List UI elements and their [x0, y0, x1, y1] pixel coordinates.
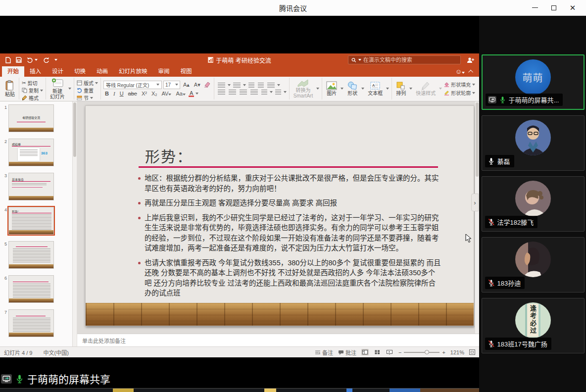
char-spacing-button[interactable]: AV: [160, 91, 173, 97]
participant-tile-weiguangyang[interactable]: 逢考必过 183班17号魏广扬: [482, 298, 585, 353]
columns-icon[interactable]: [261, 90, 267, 95]
thumbnail-2[interactable]: 2 成绩单363: [1, 139, 71, 166]
layout-icon: [77, 80, 82, 86]
shape-fill-button[interactable]: 形状填充: [444, 81, 475, 88]
shapes-button[interactable]: 形状: [345, 81, 359, 96]
tab-home[interactable]: 开始: [2, 65, 24, 77]
underline-button[interactable]: U: [118, 91, 125, 97]
redo-icon[interactable]: [43, 57, 49, 63]
notes-pane[interactable]: 单击此处添加备注: [77, 334, 479, 346]
font-color-button[interactable]: A: [189, 91, 194, 97]
participant-tile-qilei[interactable]: 綦磊: [482, 115, 585, 171]
thumbnail-1[interactable]: 1 考研经验交流: [1, 104, 71, 132]
thumbnail-4-selected[interactable]: 4 形势：: [1, 207, 71, 235]
strikethrough-button[interactable]: abe: [127, 91, 139, 97]
tab-insert[interactable]: 插入: [24, 65, 47, 77]
grow-font-button[interactable]: A▴: [182, 82, 191, 88]
slide-canvas[interactable]: 形势： 地区：根据统分群的分析结果，重庆对于公共课批改不是很严格，但是会压专业课…: [85, 105, 474, 326]
decrease-indent-icon[interactable]: [248, 83, 254, 88]
format-painter-button[interactable]: 格式: [22, 94, 43, 101]
clear-format-icon[interactable]: [203, 82, 211, 88]
cut-button[interactable]: ✂剪切: [22, 79, 43, 87]
text-direction-icon[interactable]: [275, 90, 281, 95]
maximize-button[interactable]: [544, 0, 563, 15]
slideshow-view-button[interactable]: [386, 349, 393, 355]
thumb-number: 7: [1, 309, 7, 337]
new-slide-caret-icon[interactable]: [68, 88, 71, 90]
minimize-button[interactable]: [526, 0, 544, 15]
font-name-select[interactable]: 等线 Regular (正文): [103, 81, 162, 89]
tab-review[interactable]: 审阅: [153, 65, 175, 77]
notes-toggle-button[interactable]: 备注: [315, 348, 333, 356]
thumbnail-7[interactable]: 7: [1, 309, 71, 337]
justify-icon[interactable]: [250, 90, 258, 95]
align-right-icon[interactable]: [240, 90, 247, 95]
copy-button[interactable]: 复制: [22, 87, 43, 94]
language-label[interactable]: 中文(中国): [43, 348, 68, 356]
picture-button[interactable]: 图片: [325, 81, 339, 96]
numbering-icon[interactable]: [233, 83, 241, 88]
quick-access-new-icon[interactable]: [5, 57, 11, 63]
increase-indent-icon[interactable]: [258, 83, 264, 88]
thumbnail-3[interactable]: 3 基本信息: [1, 173, 71, 200]
participant-tile-sundi[interactable]: 183孙迪: [482, 237, 585, 293]
layout-button[interactable]: 版式: [77, 79, 98, 87]
participant-tile-yumengmeng[interactable]: 萌萌 于萌萌的屏幕共...: [482, 54, 585, 110]
align-left-icon[interactable]: [218, 90, 225, 95]
editor-scrollbar[interactable]: [475, 101, 479, 334]
zoom-slider[interactable]: −+: [398, 349, 445, 355]
italic-button[interactable]: I: [112, 91, 117, 97]
save-icon[interactable]: [16, 57, 22, 63]
avatar: [515, 120, 551, 155]
bullets-icon[interactable]: [218, 83, 225, 88]
collapse-ribbon-icon[interactable]: [468, 70, 473, 75]
section-button[interactable]: 节: [77, 94, 98, 101]
tab-animations[interactable]: 动画: [91, 65, 113, 77]
zoom-slider-knob[interactable]: [425, 350, 429, 354]
normal-view-button[interactable]: [361, 349, 369, 355]
change-case-button[interactable]: Aa: [174, 91, 187, 97]
participant-tile-tengfei[interactable]: 法学182滕飞: [482, 176, 585, 232]
ppt-tab-row: 开始 插入 设计 切换 动画 幻灯片放映 审阅 视图 ☺: [0, 66, 479, 77]
subscript-button[interactable]: X₂: [150, 91, 159, 97]
thumbnail-6[interactable]: 6: [1, 275, 71, 303]
next-slide-flap[interactable]: ›: [471, 194, 479, 211]
ppt-search-box[interactable]: [348, 55, 461, 64]
mic-muted-icon: [488, 340, 495, 347]
avatar: 萌萌: [515, 59, 551, 95]
add-person-icon[interactable]: [467, 57, 474, 63]
textbox-button[interactable]: A 文本框: [366, 81, 384, 96]
comments-toggle-button[interactable]: 批注: [338, 348, 356, 356]
font-size-select[interactable]: 17: [163, 81, 180, 89]
search-input[interactable]: [363, 57, 457, 63]
slide-sorter-view-button[interactable]: [374, 349, 381, 355]
quick-styles-button[interactable]: 快速样式: [414, 81, 437, 96]
new-slide-button[interactable]: 新建 幻灯片: [49, 78, 66, 99]
thumbnail-scrollbar[interactable]: [73, 101, 77, 346]
shrink-font-button[interactable]: A▾: [193, 82, 202, 88]
font-color-caret-icon[interactable]: [195, 93, 198, 95]
line-spacing-icon[interactable]: [267, 83, 275, 88]
bullet-1: 地区：根据统分群的分析结果，重庆对于公共课批改不是很严格，但是会压专业课的分。其…: [136, 173, 441, 194]
arrange-button[interactable]: 排列: [394, 81, 407, 96]
undo-icon[interactable]: [27, 57, 38, 63]
close-button[interactable]: ✕: [563, 0, 582, 15]
tab-design[interactable]: 设计: [47, 65, 69, 77]
reset-button[interactable]: 重置: [77, 87, 98, 94]
zoom-level[interactable]: 121%: [450, 349, 464, 355]
shape-outline-button[interactable]: 形状轮廓: [444, 89, 475, 97]
quick-access-more-icon[interactable]: [54, 59, 57, 61]
tab-view[interactable]: 视图: [175, 65, 197, 77]
paste-button[interactable]: 粘贴: [3, 80, 16, 97]
bold-button[interactable]: B: [103, 91, 110, 97]
smartart-button[interactable]: 转换为 SmartArt: [292, 79, 314, 98]
smiley-feedback-icon[interactable]: ☺: [455, 68, 465, 75]
fit-slide-button[interactable]: [469, 349, 475, 355]
notes-placeholder: 单击此处添加备注: [82, 337, 126, 344]
tab-transitions[interactable]: 切换: [69, 65, 91, 77]
thumbnail-5[interactable]: 5: [1, 241, 71, 269]
tab-slideshow[interactable]: 幻灯片放映: [113, 65, 153, 77]
slide-counter: 幻灯片 4 / 9: [4, 348, 32, 356]
superscript-button[interactable]: X²: [140, 91, 148, 97]
align-center-icon[interactable]: [229, 90, 236, 95]
